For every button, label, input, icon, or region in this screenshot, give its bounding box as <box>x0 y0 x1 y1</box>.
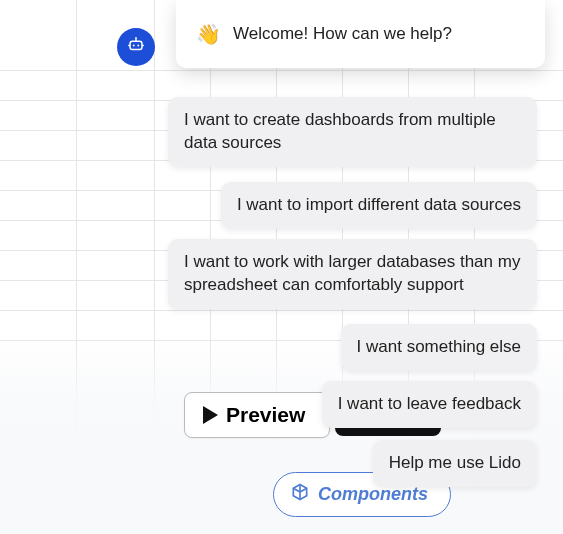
svg-point-2 <box>137 45 139 47</box>
chat-option-dashboards[interactable]: I want to create dashboards from multipl… <box>168 97 537 167</box>
chat-option-label: I want to create dashboards from multipl… <box>184 110 496 152</box>
svg-rect-0 <box>130 41 142 49</box>
chat-option-label: I want to work with larger databases tha… <box>184 252 520 294</box>
chat-option-larger-db[interactable]: I want to work with larger databases tha… <box>168 239 537 309</box>
chat-header: 👋 Welcome! How can we help? <box>176 0 545 68</box>
chat-option-import[interactable]: I want to import different data sources <box>221 182 537 229</box>
components-label: Components <box>318 484 428 505</box>
chat-option-label: I want something else <box>357 337 521 356</box>
chat-option-something-else[interactable]: I want something else <box>341 324 537 371</box>
chat-option-help-lido[interactable]: Help me use Lido <box>373 440 537 487</box>
preview-label: Preview <box>226 403 305 427</box>
chat-header-text: Welcome! How can we help? <box>233 24 452 44</box>
components-icon <box>290 482 310 507</box>
wave-icon: 👋 <box>196 22 221 46</box>
svg-point-1 <box>133 45 135 47</box>
chat-option-label: I want to import different data sources <box>237 195 521 214</box>
chatbot-badge[interactable] <box>117 28 155 66</box>
chat-option-feedback[interactable]: I want to leave feedback <box>322 381 537 428</box>
bot-icon <box>125 34 147 60</box>
play-icon <box>203 406 218 424</box>
preview-button[interactable]: Preview <box>184 392 330 438</box>
svg-point-4 <box>135 37 137 39</box>
chat-option-label: I want to leave feedback <box>338 394 521 413</box>
chat-option-label: Help me use Lido <box>389 453 521 472</box>
